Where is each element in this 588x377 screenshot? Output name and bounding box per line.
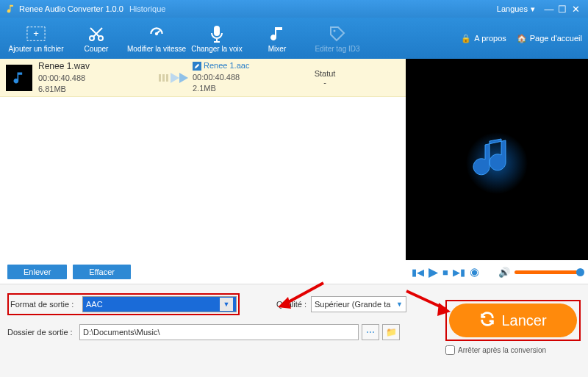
home-label: Page d'accueil (530, 34, 582, 43)
preview-panel (406, 59, 588, 260)
output-filename: Renee 1.aac (204, 60, 249, 71)
scissors-icon (87, 24, 106, 43)
tool-label: Mixer (268, 45, 286, 53)
next-button[interactable]: ▶▮ (453, 267, 465, 278)
home-icon: 🏠 (517, 34, 527, 43)
volume-slider[interactable] (514, 270, 582, 274)
svg-rect-5 (214, 26, 220, 36)
voice-button[interactable]: Changer la voix (187, 24, 247, 53)
svg-rect-7 (159, 74, 161, 82)
launch-highlight-box: Lancer (445, 300, 581, 341)
quality-label: Qualité : (276, 300, 306, 309)
status-header: Statut (295, 69, 354, 78)
preview-music-icon (460, 123, 534, 196)
quality-value: Supérieur (Grande ta (315, 300, 390, 309)
tool-label: Changer la voix (191, 45, 242, 53)
launch-area: Lancer Arrêter après la conversion (445, 300, 581, 355)
clear-button[interactable]: Effacer (73, 265, 131, 279)
music-note-icon (268, 24, 287, 43)
about-label: A propos (474, 34, 506, 43)
quality-select[interactable]: Supérieur (Grande ta ▼ (311, 296, 406, 312)
app-title: Renee Audio Converter 1.0.0 (19, 4, 123, 13)
output-folder-input[interactable]: D:\Documents\Music\ (79, 324, 359, 340)
tool-label: Ajouter un fichier (8, 45, 63, 53)
convert-arrow-icon (156, 71, 193, 85)
app-icon (6, 4, 16, 14)
about-link[interactable]: 🔒 A propos (461, 34, 506, 43)
output-size: 2.1MB (193, 83, 295, 94)
folder-open-button[interactable]: 📁 (382, 324, 400, 340)
edit-icon[interactable] (193, 62, 201, 71)
player-controls: ▮◀ ▶ ■ ▶▮ ◉ 🔊 (406, 260, 588, 284)
file-row[interactable]: Renee 1.wav 00:00:40.488 6.81MB Renee 1.… (0, 59, 406, 97)
maximize-button[interactable]: ☐ (556, 4, 569, 15)
launch-label: Lancer (501, 312, 546, 329)
folder-dotdot-button[interactable]: ⋯ (362, 324, 379, 340)
chevron-down-icon: ▼ (220, 298, 233, 311)
output-file-info: Renee 1.aac 00:00:40.488 2.1MB (193, 60, 295, 94)
svg-text:+: + (33, 27, 39, 38)
microphone-icon (207, 24, 226, 43)
language-label: Langues (497, 4, 528, 13)
status-column: Statut - (295, 69, 354, 87)
format-highlight-box: Format de sortie : AAC ▼ (7, 293, 240, 315)
svg-point-6 (334, 29, 336, 32)
launch-button[interactable]: Lancer (449, 304, 577, 337)
tool-label: Modifier la vitesse (127, 45, 186, 53)
svg-rect-9 (166, 74, 168, 82)
close-button[interactable]: ✕ (569, 4, 582, 15)
film-add-icon: + (26, 24, 46, 43)
stop-after-label: Arrêter après la conversion (458, 346, 546, 354)
tag-icon (328, 24, 347, 43)
id3-button: Editer tag ID3 (307, 24, 368, 53)
stop-button[interactable]: ■ (442, 267, 448, 278)
mix-button[interactable]: Mixer (247, 24, 307, 53)
toolbar: + Ajouter un fichier Couper Modifier la … (0, 18, 588, 59)
minimize-button[interactable]: — (542, 4, 556, 15)
lock-icon: 🔒 (461, 34, 471, 43)
chevron-down-icon: ▼ (396, 301, 403, 308)
add-file-button[interactable]: + Ajouter un fichier (6, 24, 66, 53)
refresh-icon (479, 311, 495, 331)
snapshot-button[interactable]: ◉ (470, 265, 479, 279)
file-list: Renee 1.wav 00:00:40.488 6.81MB Renee 1.… (0, 59, 406, 260)
language-dropdown[interactable]: Langues ▾ (497, 4, 535, 14)
volume-icon[interactable]: 🔊 (498, 267, 510, 278)
tool-label: Editer tag ID3 (315, 45, 359, 53)
folder-value: D:\Documents\Music\ (83, 328, 160, 337)
tool-label: Couper (85, 45, 109, 53)
speed-button[interactable]: Modifier la vitesse (126, 24, 187, 53)
format-label: Format de sortie : (10, 300, 82, 309)
chevron-down-icon: ▾ (531, 4, 535, 14)
source-filename: Renee 1.wav (38, 60, 156, 73)
svg-point-4 (155, 32, 158, 35)
history-link[interactable]: Historique (129, 4, 166, 13)
output-duration: 00:00:40.488 (193, 72, 295, 83)
home-link[interactable]: 🏠 Page d'accueil (517, 34, 582, 43)
output-filename-row: Renee 1.aac (193, 60, 295, 71)
status-value: - (295, 78, 354, 87)
prev-button[interactable]: ▮◀ (412, 267, 424, 278)
format-value: AAC (86, 300, 103, 309)
stop-after-checkbox[interactable]: Arrêter après la conversion (445, 345, 581, 355)
svg-rect-8 (162, 74, 165, 82)
file-thumbnail (6, 65, 32, 91)
stop-after-input[interactable] (445, 345, 455, 355)
source-duration: 00:00:40.488 (38, 73, 156, 84)
speedometer-icon (147, 24, 166, 43)
format-select[interactable]: AAC ▼ (82, 296, 237, 312)
remove-button[interactable]: Enlever (7, 265, 67, 279)
play-button[interactable]: ▶ (429, 265, 438, 280)
cut-button[interactable]: Couper (66, 24, 126, 53)
folder-label: Dossier de sortie : (7, 328, 79, 337)
source-file-info: Renee 1.wav 00:00:40.488 6.81MB (38, 60, 156, 96)
source-size: 6.81MB (38, 84, 156, 95)
main-area: Renee 1.wav 00:00:40.488 6.81MB Renee 1.… (0, 59, 588, 260)
titlebar: Renee Audio Converter 1.0.0 Historique L… (0, 0, 588, 18)
